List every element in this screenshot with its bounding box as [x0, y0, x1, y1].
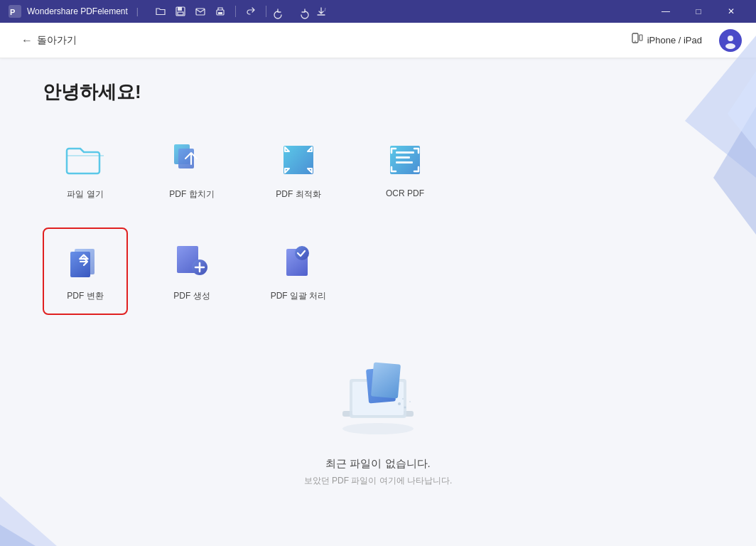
separator: |	[136, 6, 139, 16]
share-icon[interactable]	[243, 4, 259, 19]
recent-section: 최근 파일이 없습니다. 보았던 PDF 파일이 여기에 나타납니다.	[43, 358, 713, 487]
svg-rect-7	[218, 12, 222, 14]
svg-rect-26	[70, 252, 90, 277]
svg-text:P: P	[10, 8, 15, 16]
user-avatar[interactable]	[719, 29, 742, 52]
open-file-label: 파일 열기	[67, 188, 103, 200]
svg-rect-21	[390, 146, 420, 174]
icon-grid: 파일 열기	[43, 126, 713, 315]
svg-point-38	[404, 407, 406, 409]
open-file-button[interactable]: 파일 열기	[43, 126, 128, 213]
svg-point-12	[725, 43, 735, 49]
optimize-pdf-label: PDF 최적화	[276, 188, 320, 200]
toolbar-tools	[153, 4, 329, 19]
merge-pdf-label: PDF 합치기	[169, 188, 214, 200]
convert-pdf-label: PDF 변환	[67, 290, 103, 302]
create-pdf-label: PDF 생성	[173, 290, 210, 302]
convert-pdf-icon	[64, 240, 107, 283]
nav-bar: ← 돌아가기 iPhone / iPad	[0, 23, 756, 58]
svg-marker-17	[0, 525, 36, 546]
ocr-pdf-icon	[384, 139, 426, 181]
redo-icon[interactable]	[293, 4, 309, 19]
minimize-button[interactable]: —	[649, 0, 682, 23]
svg-rect-10	[639, 35, 642, 41]
recent-empty-subtitle: 보았던 PDF 파일이 여기에 나타납니다.	[304, 475, 453, 487]
save-icon[interactable]	[173, 4, 188, 19]
batch-pdf-button[interactable]: PDF 일괄 처리	[256, 228, 341, 315]
email-icon[interactable]	[193, 4, 208, 19]
merge-pdf-button[interactable]: PDF 합치기	[149, 126, 234, 213]
ocr-pdf-label: OCR PDF	[386, 188, 424, 198]
merge-pdf-icon	[171, 139, 213, 181]
ocr-pdf-button[interactable]: OCR PDF	[362, 126, 448, 213]
device-label: iPhone / iPad	[647, 35, 702, 46]
svg-point-9	[634, 41, 636, 42]
undo-icon[interactable]	[274, 4, 289, 19]
open-file-icon	[64, 139, 107, 181]
window-controls: — □ ✕	[649, 0, 747, 23]
device-button[interactable]: iPhone / iPad	[620, 28, 711, 53]
svg-point-40	[409, 401, 411, 402]
back-button[interactable]: ← 돌아가기	[14, 30, 84, 51]
svg-point-11	[728, 36, 733, 41]
device-icon	[629, 33, 642, 48]
batch-pdf-icon	[277, 240, 320, 283]
toolbar-divider	[235, 6, 236, 17]
optimize-pdf-button[interactable]: PDF 최적화	[256, 126, 341, 213]
svg-point-31	[342, 423, 414, 434]
app-logo: P	[9, 5, 21, 18]
back-arrow-icon: ←	[21, 34, 33, 47]
recent-empty-title: 최근 파일이 없습니다.	[325, 457, 431, 471]
svg-rect-36	[371, 362, 401, 398]
print-icon[interactable]	[212, 4, 228, 19]
back-label: 돌아가기	[37, 34, 77, 47]
convert-pdf-button[interactable]: PDF 변환	[43, 228, 128, 315]
download-icon[interactable]	[313, 4, 329, 19]
svg-rect-23	[396, 156, 410, 159]
svg-point-39	[402, 398, 404, 400]
create-pdf-button[interactable]: PDF 생성	[149, 228, 234, 315]
toolbar-divider2	[266, 6, 266, 17]
close-button[interactable]: ✕	[715, 0, 747, 23]
svg-rect-24	[396, 161, 413, 164]
create-pdf-icon	[171, 240, 213, 283]
title-bar: P Wondershare PDFelement |	[0, 0, 756, 23]
greeting-title: 안녕하세요!	[43, 80, 713, 105]
recent-illustration	[328, 358, 428, 443]
optimize-pdf-icon	[277, 139, 320, 181]
maximize-button[interactable]: □	[682, 0, 715, 23]
svg-point-37	[398, 402, 401, 405]
app-name: Wondershare PDFelement	[27, 6, 128, 16]
svg-rect-3	[178, 7, 182, 11]
main-content: 안녕하세요! 파일 열기	[0, 58, 756, 508]
svg-rect-4	[178, 12, 183, 15]
svg-rect-22	[396, 151, 414, 154]
open-folder-icon[interactable]	[153, 4, 168, 19]
batch-pdf-label: PDF 일괄 처리	[271, 290, 327, 302]
